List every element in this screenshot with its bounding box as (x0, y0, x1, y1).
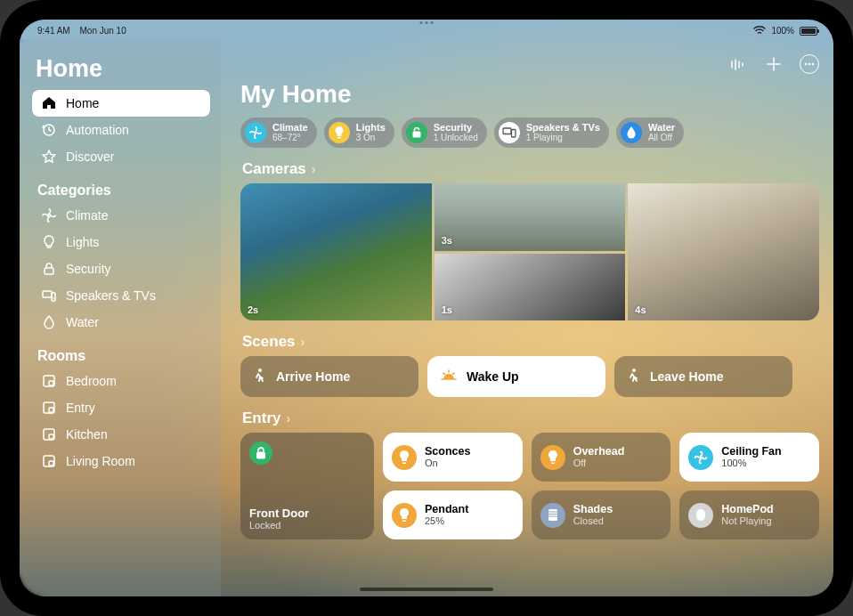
lock-icon (41, 261, 57, 277)
chip-sub: 1 Unlocked (434, 134, 478, 143)
svg-point-21 (258, 369, 262, 372)
bulb-icon (41, 234, 57, 250)
room-icon (41, 426, 57, 442)
section-header-cameras[interactable]: Cameras› (242, 160, 819, 178)
status-time: 9:41 AM (37, 26, 70, 36)
camera-timestamp: 1s (442, 304, 452, 315)
chip-speakers[interactable]: Speakers & TVs1 Playing (494, 118, 609, 148)
chevron-right-icon: › (301, 335, 305, 349)
sidebar-item-livingroom[interactable]: Living Room (32, 448, 210, 474)
svg-rect-2 (45, 268, 53, 274)
sidebar-item-water[interactable]: Water (32, 309, 210, 336)
bulb-icon (392, 503, 417, 528)
clock-arrow-icon (41, 122, 57, 138)
room-icon (41, 400, 57, 416)
tv-speaker-icon (499, 122, 520, 143)
sidebar-item-label: Lights (66, 235, 99, 249)
main-content: My Home Climate68–72° Lights3 On Securit… (221, 39, 833, 596)
tile-label: HomePod (721, 504, 773, 516)
sidebar-section-rooms: Rooms (37, 348, 210, 364)
chip-security[interactable]: Security1 Unlocked (402, 118, 487, 148)
svg-point-14 (805, 63, 808, 66)
battery-pct: 100% (771, 26, 794, 36)
sidebar-item-bedroom[interactable]: Bedroom (32, 368, 210, 394)
chip-label: Water (648, 123, 675, 134)
status-chips-row: Climate68–72° Lights3 On Security1 Unloc… (240, 118, 819, 148)
chip-climate[interactable]: Climate68–72° (240, 118, 317, 148)
sidebar-item-kitchen[interactable]: Kitchen (32, 421, 210, 448)
svg-rect-23 (256, 452, 265, 459)
sidebar-item-entry[interactable]: Entry (32, 394, 210, 421)
drop-icon (621, 122, 642, 143)
sidebar-item-label: Home (66, 96, 99, 110)
svg-point-5 (53, 297, 54, 299)
tile-sub: Locked (249, 520, 365, 531)
tile-ceiling-fan[interactable]: Ceiling Fan100% (679, 433, 819, 482)
svg-point-16 (812, 63, 815, 66)
battery-icon (800, 27, 817, 36)
scene-label: Leave Home (650, 369, 723, 384)
sidebar-item-label: Automation (66, 123, 129, 137)
chip-water[interactable]: WaterAll Off (616, 118, 684, 148)
chip-sub: All Off (648, 134, 675, 143)
tile-pendant[interactable]: Pendant25% (383, 490, 523, 539)
status-date: Mon Jun 10 (79, 26, 126, 36)
sidebar-item-label: Climate (66, 208, 108, 223)
wifi-icon (753, 26, 766, 36)
home-indicator[interactable] (360, 588, 493, 591)
tile-sub: Closed (573, 515, 613, 526)
star-icon (41, 149, 57, 165)
add-button[interactable] (764, 54, 784, 74)
camera-tile-garage[interactable]: 1s (435, 254, 626, 321)
tile-front-door[interactable]: Front Door Locked (240, 433, 374, 539)
tile-sub: 25% (425, 515, 468, 526)
more-button[interactable] (800, 54, 819, 74)
fan-icon (41, 207, 57, 223)
scene-arrive-home[interactable]: Arrive Home (240, 356, 418, 397)
sidebar-item-lights[interactable]: Lights (32, 229, 210, 255)
chip-sub: 1 Playing (526, 134, 600, 143)
fan-icon (245, 122, 266, 143)
sidebar-item-label: Security (66, 262, 111, 276)
tile-overhead[interactable]: OverheadOff (532, 433, 671, 482)
announce-icon[interactable] (728, 54, 748, 74)
section-header-entry[interactable]: Entry› (242, 409, 819, 427)
sidebar-item-speakers[interactable]: Speakers & TVs (32, 282, 210, 309)
sidebar-item-discover[interactable]: Discover (32, 143, 210, 170)
sidebar-item-climate[interactable]: Climate (32, 202, 210, 229)
svg-rect-24 (548, 509, 557, 521)
sidebar-item-label: Entry (66, 401, 95, 415)
svg-rect-26 (696, 509, 705, 521)
tile-sconces[interactable]: SconcesOn (383, 433, 523, 482)
sidebar-item-automation[interactable]: Automation (32, 117, 210, 143)
chip-lights[interactable]: Lights3 On (324, 118, 394, 148)
chip-label: Security (434, 123, 478, 134)
sidebar-item-label: Bedroom (66, 374, 117, 388)
sidebar-item-security[interactable]: Security (32, 255, 210, 282)
camera-tile-drive[interactable]: 3s (435, 183, 626, 251)
bulb-icon (540, 445, 565, 470)
person-walk-icon (253, 368, 267, 386)
camera-tile-living[interactable]: 4s (628, 183, 819, 320)
chip-sub: 68–72° (272, 134, 308, 143)
drop-icon (41, 314, 57, 330)
chip-sub: 3 On (356, 134, 386, 143)
svg-rect-13 (49, 461, 53, 466)
svg-rect-11 (49, 434, 53, 439)
svg-rect-19 (503, 128, 511, 134)
person-walk-icon (627, 368, 641, 386)
scene-wake-up[interactable]: Wake Up (427, 356, 605, 397)
status-bar: 9:41 AM Mon Jun 10 100% (20, 20, 833, 39)
section-header-scenes[interactable]: Scenes› (242, 333, 819, 351)
homepod-icon (688, 503, 713, 528)
svg-point-22 (632, 369, 636, 372)
tile-label: Sconces (425, 446, 470, 458)
sidebar: Home Home Automation Discover Categories… (20, 39, 221, 596)
camera-tile-pool[interactable]: 2s (240, 183, 432, 320)
tile-shades[interactable]: ShadesClosed (532, 490, 671, 539)
svg-rect-3 (43, 291, 52, 297)
scene-leave-home[interactable]: Leave Home (614, 356, 792, 397)
sidebar-item-label: Speakers & TVs (66, 288, 156, 303)
sidebar-item-home[interactable]: Home (32, 90, 210, 117)
tile-homepod[interactable]: HomePodNot Playing (679, 490, 819, 539)
